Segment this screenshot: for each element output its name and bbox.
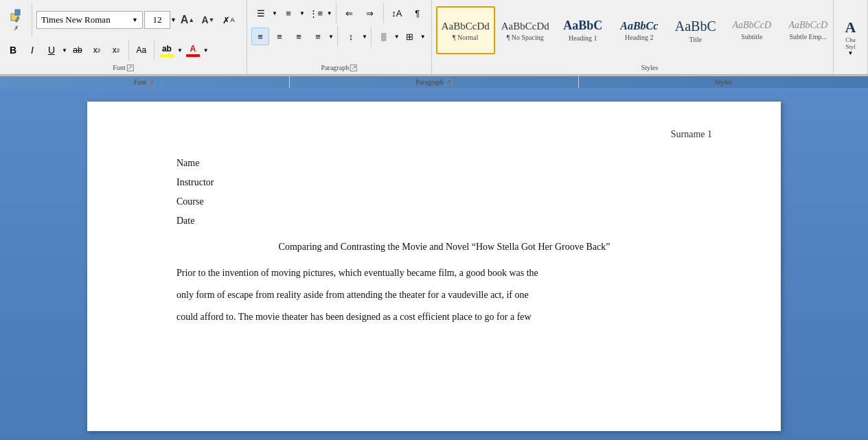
section-labels-row: Font ↗ Paragraph ↗ Styles bbox=[0, 76, 868, 88]
numbered-list-dropdown[interactable]: ▼ bbox=[299, 10, 305, 16]
essay-title: Comparing and Contrasting the Movie and … bbox=[176, 238, 712, 257]
styles-label: Styles bbox=[579, 76, 868, 88]
underline-dropdown[interactable]: ▼ bbox=[62, 47, 67, 54]
course-field: Course bbox=[176, 192, 712, 211]
font-dropdown-arrow[interactable]: ▼ bbox=[132, 16, 138, 23]
increase-indent-button[interactable]: ⇒ bbox=[361, 4, 380, 22]
underline-button[interactable]: U bbox=[43, 41, 60, 59]
strikethrough-button[interactable]: ab bbox=[69, 41, 87, 59]
style-title[interactable]: AaBbC Title bbox=[668, 6, 723, 54]
subscript-button[interactable]: x2 bbox=[88, 41, 106, 59]
bullets-button[interactable]: ☰ bbox=[251, 4, 271, 22]
align-right-button[interactable]: ≡ bbox=[290, 27, 308, 45]
change-case-button[interactable]: Aa bbox=[133, 41, 150, 59]
paragraph-2: only form of escape from reality aside f… bbox=[176, 286, 712, 305]
ribbon: ✗ Times New Roman ▼ 12 ▼ A▲ A▼ bbox=[0, 0, 868, 76]
italic-button[interactable]: I bbox=[23, 41, 41, 59]
style-heading1[interactable]: AaBbC Heading 1 bbox=[556, 6, 610, 54]
shading-button[interactable]: ▒ bbox=[375, 27, 393, 45]
paragraph-1: Prior to the invention of moving picture… bbox=[176, 264, 712, 283]
name-field: Name bbox=[176, 154, 712, 173]
numbered-list-button[interactable]: ≡ bbox=[279, 4, 298, 22]
multilevel-list-button[interactable]: ⋮≡ bbox=[306, 4, 326, 22]
font-size-selector[interactable]: 12 bbox=[144, 11, 170, 29]
svg-rect-1 bbox=[15, 10, 20, 15]
date-field: Date bbox=[176, 211, 712, 231]
pilcrow-button[interactable]: ¶ bbox=[408, 4, 427, 22]
style-heading2[interactable]: AaBbCc Heading 2 bbox=[612, 6, 667, 54]
multilevel-dropdown[interactable]: ▼ bbox=[327, 10, 332, 16]
font-shrink-button[interactable]: A▼ bbox=[198, 11, 218, 29]
style-subtitle[interactable]: AaBbCcD Subtitle bbox=[724, 6, 779, 54]
highlight-dropdown[interactable]: ▼ bbox=[177, 47, 183, 54]
paragraph-section-label: Paragraph ↗ bbox=[321, 64, 358, 71]
font-color-dropdown[interactable]: ▼ bbox=[203, 47, 209, 54]
align-center-button[interactable]: ≡ bbox=[271, 27, 288, 45]
superscript-button[interactable]: x2 bbox=[107, 41, 125, 59]
font-name-selector[interactable]: Times New Roman ▼ bbox=[36, 11, 143, 29]
paragraph-section: ☰ ▼ ≡ ▼ ⋮≡ ▼ ⇐ ⇒ ↕A ¶ ≡ ≡ ≡ ≡ ▼ bbox=[247, 0, 432, 74]
font-name-text: Times New Roman bbox=[41, 14, 111, 25]
bullets-dropdown[interactable]: ▼ bbox=[272, 10, 277, 16]
font-section-label: Font ↗ bbox=[113, 64, 133, 71]
justify-button[interactable]: ≡ bbox=[309, 27, 327, 45]
align-dropdown[interactable]: ▼ bbox=[328, 34, 334, 40]
change-styles-button[interactable]: A ChaStyl ▼ bbox=[845, 19, 856, 56]
line-spacing-dropdown[interactable]: ▼ bbox=[362, 34, 367, 40]
bold-button[interactable]: B bbox=[4, 41, 22, 59]
style-normal[interactable]: AaBbCcDd ¶ Normal bbox=[436, 6, 495, 54]
shading-dropdown[interactable]: ▼ bbox=[394, 34, 400, 40]
font-size-text: 12 bbox=[153, 14, 162, 25]
document-content[interactable]: Name Instructor Course Date Comparing an… bbox=[176, 154, 712, 327]
instructor-field: Instructor bbox=[176, 173, 712, 192]
paragraph-3: could afford to. The movie theater has b… bbox=[176, 308, 712, 327]
paragraph-label: Paragraph ↗ bbox=[290, 76, 580, 88]
font-size-dropdown[interactable]: ▼ bbox=[170, 16, 176, 23]
page-header: Surname 1 bbox=[176, 129, 712, 140]
format-painter-label: ✗ bbox=[14, 25, 19, 32]
style-subtle-emphasis[interactable]: AaBbCcD Subtle Emp... bbox=[781, 6, 836, 54]
styles-section: AaBbCcDd ¶ Normal AaBbCcDd ¶ No Spacing … bbox=[432, 0, 868, 74]
clear-formatting-button[interactable]: ✗A bbox=[219, 11, 238, 29]
highlight-button[interactable]: ab bbox=[158, 41, 176, 59]
decrease-indent-button[interactable]: ⇐ bbox=[340, 4, 359, 22]
font-label: Font ↗ bbox=[0, 76, 290, 88]
document-page[interactable]: Surname 1 Name Instructor Course Date Co… bbox=[87, 102, 781, 431]
line-spacing-button[interactable]: ↕ bbox=[341, 27, 361, 45]
surname-page-number: Surname 1 bbox=[671, 129, 712, 140]
styles-section-label: Styles bbox=[641, 64, 658, 71]
font-grow-button[interactable]: A▲ bbox=[178, 11, 197, 29]
font-expand-label-icon[interactable]: ↗ bbox=[148, 79, 155, 86]
style-no-spacing[interactable]: AaBbCcDd ¶ No Spacing bbox=[496, 6, 554, 54]
format-painter-button[interactable]: ✗ bbox=[4, 3, 29, 37]
document-area: Surname 1 Name Instructor Course Date Co… bbox=[0, 88, 868, 440]
borders-dropdown[interactable]: ▼ bbox=[420, 34, 426, 40]
borders-button[interactable]: ⊞ bbox=[401, 27, 419, 45]
align-left-button[interactable]: ≡ bbox=[251, 27, 269, 45]
para-expand-label-icon[interactable]: ↗ bbox=[446, 79, 453, 86]
font-expand-icon[interactable]: ↗ bbox=[127, 65, 134, 71]
font-color-button[interactable]: A bbox=[184, 41, 202, 59]
font-section: ✗ Times New Roman ▼ 12 ▼ A▲ A▼ bbox=[0, 0, 247, 74]
sort-button[interactable]: ↕A bbox=[387, 4, 407, 22]
paragraph-expand-icon[interactable]: ↗ bbox=[350, 65, 357, 71]
